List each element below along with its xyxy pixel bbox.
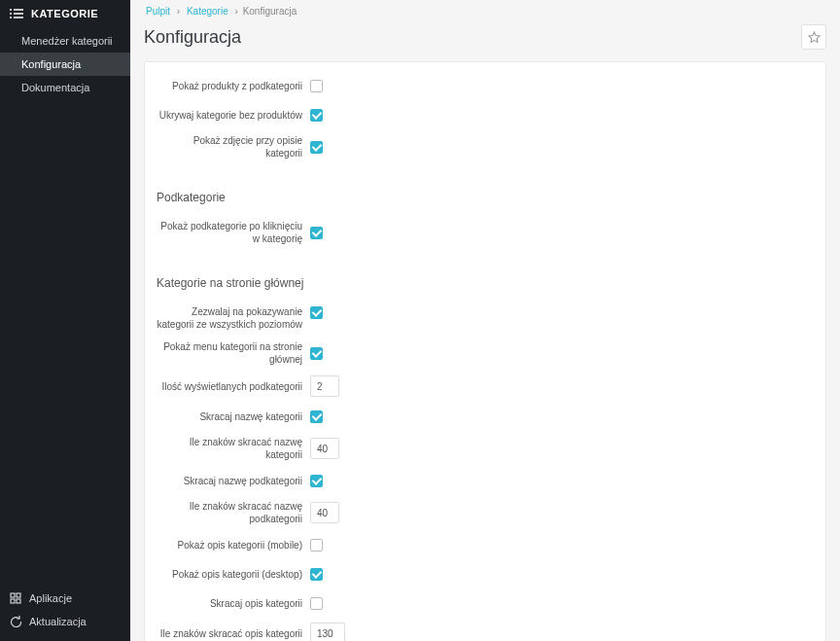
- row-show-on-click: Pokaż podkategorie po kliknięciu w kateg…: [157, 220, 814, 245]
- form-label: Pokaż opis kategorii (mobile): [157, 539, 310, 552]
- row-truncate-sub: Skracaj nazwę podkategorii: [157, 471, 814, 490]
- row-truncate-desc-chars: Ile znaków skracać opis kategorii: [157, 623, 814, 641]
- form-label: Pokaż zdjęcie przy opisie kategorii: [157, 134, 310, 160]
- list-icon: [10, 8, 23, 19]
- row-truncate-sub-chars: Ile znaków skracać nazwę podkategorii: [157, 500, 814, 525]
- panel-heading-homepage: Kategorie na stronie głównej: [145, 267, 825, 300]
- checkbox-show-image[interactable]: [310, 141, 323, 154]
- checkbox-show-products[interactable]: [310, 80, 323, 92]
- main: Pulpit › Kategorie › Konfiguracja Konfig…: [130, 0, 840, 641]
- input-truncate-desc-chars[interactable]: [310, 623, 345, 641]
- sidebar-item-manager[interactable]: Menedżer kategorii: [0, 29, 130, 53]
- row-subcat-count: Ilość wyświetlanych podkategorii: [157, 375, 814, 397]
- page-title-row: Konfiguracja: [130, 20, 840, 61]
- row-truncate-cat: Skracaj nazwę kategorii: [157, 407, 814, 426]
- svg-rect-8: [11, 599, 15, 603]
- page-title: Konfiguracja: [144, 27, 801, 48]
- svg-point-3: [10, 9, 12, 11]
- checkbox-truncate-sub[interactable]: [310, 475, 323, 487]
- form-label: Pokaż opis kategorii (desktop): [157, 568, 310, 581]
- breadcrumb-link[interactable]: Pulpit: [146, 6, 170, 17]
- sidebar-footer-label: Aktualizacja: [29, 616, 87, 627]
- sidebar-item-label: Konfiguracja: [21, 58, 81, 70]
- sidebar-footer-apps[interactable]: Aplikacje: [0, 587, 130, 610]
- svg-rect-6: [11, 593, 15, 597]
- star-icon: [808, 31, 821, 44]
- form-label: Ukrywaj kategorie bez produktów: [157, 109, 310, 122]
- form-label: Ilość wyświetlanych podkategorii: [157, 380, 310, 393]
- sidebar-title: KATEGORIE: [31, 8, 98, 19]
- checkbox-truncate-cat[interactable]: [310, 410, 323, 423]
- form-label: Zezwalaj na pokazywanie kategorii ze wsz…: [157, 305, 310, 331]
- breadcrumb-sep: ›: [177, 6, 180, 17]
- panel-heading-subcategories: Podkategorie: [145, 181, 825, 214]
- input-subcat-count[interactable]: [310, 375, 339, 397]
- sidebar-header: KATEGORIE: [0, 0, 130, 29]
- row-hide-empty: Ukrywaj kategorie bez produktów: [157, 105, 814, 125]
- checkbox-truncate-desc[interactable]: [310, 597, 323, 610]
- row-show-menu: Pokaż menu kategorii na stronie głównej: [157, 340, 814, 366]
- breadcrumb-sep: ›: [235, 6, 238, 17]
- breadcrumb-current: Konfiguracja: [243, 6, 298, 17]
- content: Pokaż produkty z podkategorii Ukrywaj ka…: [130, 61, 840, 641]
- apps-icon: [10, 592, 21, 604]
- sidebar-item-label: Menedżer kategorii: [21, 35, 113, 47]
- row-show-desc-desktop: Pokaż opis kategorii (desktop): [157, 564, 814, 584]
- sidebar-footer: Aplikacje Aktualizacja: [0, 587, 130, 641]
- input-truncate-cat-chars[interactable]: [310, 438, 339, 459]
- checkbox-show-on-click[interactable]: [310, 227, 323, 239]
- panel-general: Pokaż produkty z podkategorii Ukrywaj ka…: [144, 61, 826, 641]
- sidebar-item-label: Dokumentacja: [21, 82, 89, 93]
- svg-rect-9: [17, 599, 20, 603]
- form-label: Skracaj nazwę kategorii: [157, 410, 310, 423]
- row-show-image: Pokaż zdjęcie przy opisie kategorii: [157, 134, 814, 160]
- input-truncate-sub-chars[interactable]: [310, 502, 339, 523]
- sidebar-item-docs[interactable]: Dokumentacja: [0, 76, 130, 99]
- svg-marker-10: [809, 32, 820, 42]
- favorite-button[interactable]: [801, 24, 826, 50]
- refresh-icon: [10, 616, 21, 627]
- svg-point-4: [10, 13, 12, 15]
- sidebar-nav: Menedżer kategorii Konfiguracja Dokument…: [0, 29, 130, 587]
- sidebar-footer-update[interactable]: Aktualizacja: [0, 610, 130, 633]
- row-show-products: Pokaż produkty z podkategorii: [157, 76, 814, 95]
- form-label: Skracaj nazwę podkategorii: [157, 475, 310, 487]
- row-show-desc-mobile: Pokaż opis kategorii (mobile): [157, 535, 814, 554]
- sidebar: KATEGORIE Menedżer kategorii Konfiguracj…: [0, 0, 130, 641]
- form-label: Ile znaków skracać opis kategorii: [157, 627, 310, 640]
- form-label: Pokaż podkategorie po kliknięciu w kateg…: [157, 220, 310, 245]
- breadcrumb: Pulpit › Kategorie › Konfiguracja: [130, 0, 840, 20]
- form-label: Pokaż produkty z podkategorii: [157, 80, 310, 92]
- checkbox-show-desc-desktop[interactable]: [310, 568, 323, 581]
- svg-point-5: [10, 17, 12, 18]
- row-allow-all-levels: Zezwalaj na pokazywanie kategorii ze wsz…: [157, 305, 814, 331]
- form-label: Skracaj opis kategorii: [157, 597, 310, 610]
- checkbox-hide-empty[interactable]: [310, 109, 323, 122]
- checkbox-allow-all-levels[interactable]: [310, 306, 323, 319]
- checkbox-show-menu[interactable]: [310, 347, 323, 360]
- svg-rect-7: [17, 593, 20, 597]
- form-label: Pokaż menu kategorii na stronie głównej: [157, 340, 310, 366]
- sidebar-item-config[interactable]: Konfiguracja: [0, 53, 130, 76]
- form-label: Ile znaków skracać nazwę kategorii: [157, 436, 310, 461]
- breadcrumb-link[interactable]: Kategorie: [187, 6, 228, 17]
- checkbox-show-desc-mobile[interactable]: [310, 539, 323, 552]
- row-truncate-desc: Skracaj opis kategorii: [157, 593, 814, 613]
- sidebar-footer-label: Aplikacje: [29, 592, 72, 604]
- row-truncate-cat-chars: Ile znaków skracać nazwę kategorii: [157, 436, 814, 461]
- form-label: Ile znaków skracać nazwę podkategorii: [157, 500, 310, 525]
